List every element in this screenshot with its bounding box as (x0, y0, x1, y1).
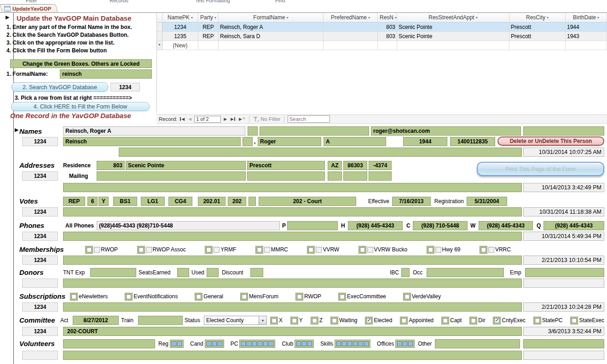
no-filter-label[interactable]: No Filter (260, 116, 280, 122)
cell[interactable]: 1943 (566, 32, 607, 41)
cell[interactable] (198, 41, 219, 50)
mail-state-field[interactable] (328, 171, 342, 181)
cell[interactable]: REP (198, 23, 219, 32)
column-header-namepk[interactable]: NamePK▾ (162, 13, 198, 23)
act-date-field[interactable]: 8/27/2012 (73, 316, 119, 325)
checkbox[interactable] (405, 294, 410, 299)
committee-name-field[interactable]: 202-COURT (63, 327, 522, 336)
emp-field[interactable] (525, 268, 604, 277)
table-row[interactable]: 1234REPReinsch, Roger A803Scenic PointeP… (157, 23, 607, 32)
previous-record-button[interactable]: ◀ (187, 117, 192, 121)
checkbox[interactable] (401, 318, 406, 323)
h-phone-field[interactable]: (928) 445-4343 (348, 221, 403, 230)
votes-notes-field[interactable] (63, 207, 522, 216)
flag-square[interactable] (258, 341, 262, 346)
subscriptions-notes-field[interactable] (63, 302, 522, 312)
cell[interactable]: 803 (378, 23, 397, 32)
flag-square[interactable] (347, 341, 352, 346)
cell[interactable]: Scenic Pointe (397, 23, 509, 32)
res-state-field[interactable]: AZ (328, 161, 342, 170)
addresses-notes-field[interactable] (63, 183, 522, 192)
volunteer-flags[interactable] (335, 340, 370, 348)
birth-year-field[interactable]: 1944 (403, 137, 447, 146)
checkbox[interactable] (481, 247, 486, 252)
column-header-resn[interactable]: ResN▾ (378, 13, 397, 23)
cell[interactable]: 1235 (162, 32, 198, 41)
flag-square[interactable] (241, 341, 246, 346)
lg-field[interactable]: LG1 (141, 197, 165, 206)
checkbox[interactable] (297, 294, 302, 299)
cell[interactable]: 1234 (162, 23, 198, 32)
search-database-button[interactable]: 2. Search YavGOP Database (12, 82, 108, 92)
flag-square[interactable] (336, 341, 341, 346)
checkbox[interactable] (428, 247, 433, 252)
cell[interactable] (324, 41, 378, 50)
delete-person-button[interactable]: Delete or UnDelete This Person (497, 136, 604, 146)
sort-dropdown-icon[interactable]: ▾ (191, 16, 193, 20)
secondary-checkbox[interactable] (214, 247, 220, 253)
secondary-checkbox[interactable] (264, 247, 270, 253)
checkbox[interactable] (572, 318, 577, 323)
checkbox[interactable] (206, 247, 211, 252)
secondary-checkbox[interactable] (316, 247, 322, 253)
volunteer-name-field[interactable] (63, 339, 155, 348)
flag-square[interactable] (307, 341, 312, 346)
cell[interactable] (324, 23, 378, 32)
fill-form-button[interactable]: 4. Click HERE to Fill the Form Below (11, 102, 150, 111)
flag-square[interactable] (342, 341, 347, 346)
res-street-field[interactable]: Scenic Pointe (126, 161, 246, 170)
checkbox[interactable] (494, 318, 499, 323)
column-header-rescity[interactable]: ResCity▾ (509, 13, 566, 23)
sort-dropdown-icon[interactable]: ▾ (287, 16, 289, 20)
cell[interactable] (509, 41, 566, 50)
mail-city-field[interactable] (247, 171, 325, 181)
tab-updateyavgop[interactable]: UpdateYavGOP (2, 4, 58, 13)
checkbox[interactable] (139, 247, 144, 252)
checkbox[interactable] (242, 294, 247, 299)
bs-field[interactable]: BS1 (113, 197, 137, 206)
votes-small-field[interactable] (249, 197, 256, 206)
filter-icon[interactable]: ✕ (253, 116, 259, 122)
row-selector[interactable] (157, 23, 162, 32)
formal-name-input[interactable]: reinsch (60, 69, 152, 79)
row-selector[interactable] (157, 32, 162, 41)
volunteer-flags[interactable] (205, 340, 224, 348)
checkbox[interactable] (272, 318, 277, 323)
discount-field[interactable] (250, 268, 263, 277)
flag-square[interactable] (302, 341, 306, 346)
flag-square[interactable] (353, 341, 358, 346)
mail-zip4-field[interactable] (369, 171, 392, 181)
checkbox[interactable] (340, 294, 345, 299)
chevron-down-icon[interactable]: ▼ (259, 316, 266, 324)
flag-square[interactable] (403, 341, 407, 346)
flag-square[interactable] (408, 341, 413, 346)
cell[interactable]: (New) (162, 41, 198, 50)
new-record-row[interactable]: *(New) (157, 41, 607, 50)
volunteer-flags[interactable] (170, 340, 184, 348)
checkbox[interactable] (87, 247, 92, 252)
ibc-field[interactable] (401, 268, 410, 277)
name-extra-field[interactable] (260, 126, 369, 136)
secondary-checkbox[interactable] (94, 247, 100, 253)
secondary-checkbox[interactable] (367, 247, 373, 253)
effective-date-field[interactable]: 7/16/2013 (392, 197, 431, 206)
checkbox[interactable] (471, 318, 476, 323)
search-input[interactable] (288, 115, 330, 123)
status-dropdown[interactable]: Elected County ▼ (204, 316, 267, 325)
person-id-field[interactable]: 1400112835 (450, 137, 495, 146)
last-name-field[interactable]: Reinsch (63, 137, 241, 146)
middle-name-field[interactable]: A (324, 137, 386, 146)
res-number-field[interactable]: 803 (97, 161, 125, 170)
occ-field[interactable] (427, 268, 504, 277)
other-field[interactable] (435, 339, 520, 348)
cell[interactable]: Prescott (509, 23, 566, 32)
p-phone-field[interactable] (287, 221, 338, 230)
cell[interactable]: 1944 (566, 23, 607, 32)
column-header-resstreetandappt[interactable]: ResStreetAndAppt▾ (397, 13, 509, 23)
flag-square[interactable] (218, 341, 222, 346)
cell[interactable] (219, 41, 324, 50)
next-record-button[interactable]: ▶ (223, 117, 228, 121)
cell[interactable]: REP (198, 32, 219, 41)
tnt-exp-field[interactable] (90, 268, 136, 277)
cell[interactable] (566, 41, 607, 50)
